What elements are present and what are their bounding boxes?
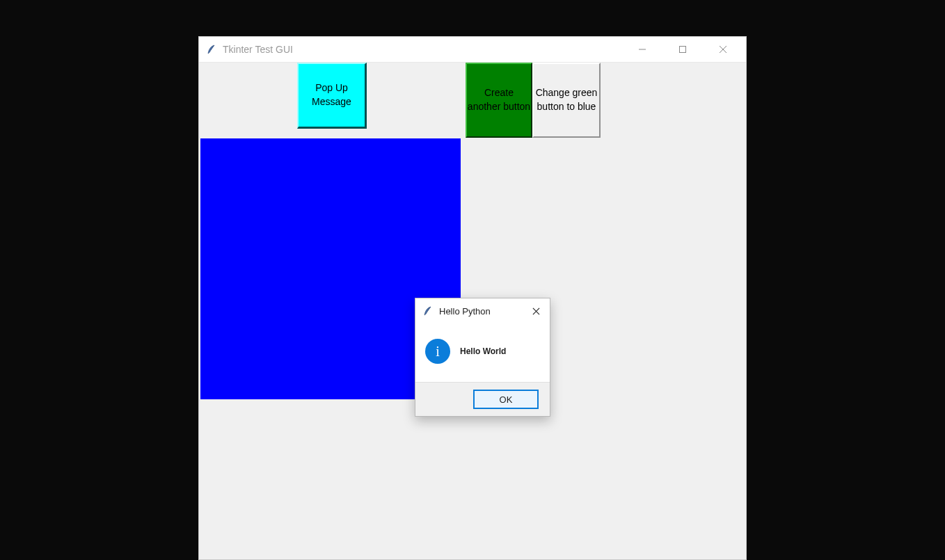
messagebox-dialog: Hello Python i Hello World OK [415,298,550,417]
close-button[interactable] [703,37,743,62]
dialog-message: Hello World [460,346,506,356]
dialog-footer: OK [415,382,550,416]
dialog-title: Hello Python [439,306,526,317]
maximize-button[interactable] [662,37,703,62]
dialog-titlebar: Hello Python [415,298,550,323]
dialog-body: i Hello World [415,323,550,382]
window-title: Tkinter Test GUI [223,44,622,55]
ok-button[interactable]: OK [473,390,539,409]
create-another-button[interactable]: Create another button [466,63,532,138]
dialog-close-button[interactable] [526,301,546,321]
titlebar: Tkinter Test GUI [199,37,746,63]
minimize-button[interactable] [622,37,662,62]
window-controls [622,37,743,62]
popup-message-button[interactable]: Pop Up Message [297,63,367,129]
info-icon: i [425,339,450,364]
feather-icon [206,44,217,55]
change-green-to-blue-button[interactable]: Change green button to blue [532,63,601,138]
feather-icon [422,305,434,317]
svg-rect-1 [680,47,686,53]
